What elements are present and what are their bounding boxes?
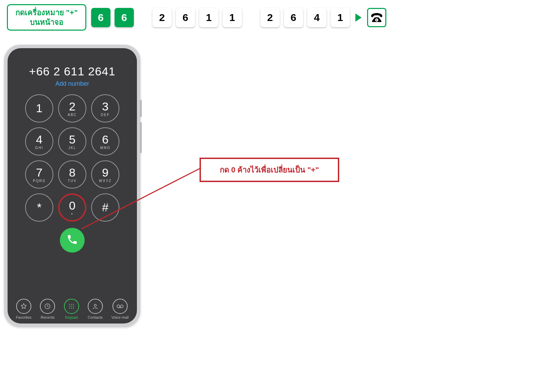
tab-label: Recents bbox=[41, 315, 54, 319]
rotary-phone-icon bbox=[367, 8, 386, 27]
digit-box: 2 bbox=[260, 8, 280, 27]
svg-marker-0 bbox=[355, 13, 362, 22]
svg-point-5 bbox=[71, 304, 72, 305]
tab-label: Contacts bbox=[88, 315, 103, 319]
dialed-number-display: +66 2 611 2641 bbox=[29, 65, 115, 78]
digit-box: 1 bbox=[199, 8, 218, 27]
person-icon bbox=[88, 299, 103, 314]
callout-box: กด 0 ค้างไว้เพื่อเปลี่ยนเป็น "+" bbox=[200, 158, 339, 182]
svg-point-15 bbox=[120, 305, 123, 308]
dial-keypad: 1 2ABC 3DEF 4GHI 5JKL 6MNO 7PQRS 8TUV 9W… bbox=[25, 94, 119, 222]
digit-box: 2 bbox=[152, 8, 172, 27]
digit-box: 1 bbox=[223, 8, 242, 27]
star-icon bbox=[16, 299, 31, 314]
phone-side-button bbox=[140, 122, 142, 153]
digit-group-3: 2 6 4 1 bbox=[260, 8, 350, 27]
key-5[interactable]: 5JKL bbox=[58, 127, 86, 156]
digit-box: 6 bbox=[176, 8, 195, 27]
tab-label: Voice mail bbox=[111, 315, 129, 319]
plus-instruction-line2: บนหน้าจอ bbox=[15, 18, 78, 27]
digit-box: 6 bbox=[284, 8, 303, 27]
svg-point-13 bbox=[94, 304, 96, 306]
phone-frame: +66 2 611 2641 Add number 1 2ABC 3DEF 4G… bbox=[4, 45, 140, 327]
svg-point-4 bbox=[69, 304, 70, 305]
key-star[interactable]: * bbox=[25, 193, 53, 222]
key-9[interactable]: 9WXYZ bbox=[91, 160, 119, 189]
svg-point-12 bbox=[73, 308, 74, 309]
key-7[interactable]: 7PQRS bbox=[25, 160, 53, 189]
call-button[interactable] bbox=[60, 228, 85, 253]
tab-favorites[interactable]: Favorites bbox=[16, 299, 31, 319]
tab-label: Keypad bbox=[65, 315, 78, 319]
tab-contacts[interactable]: Contacts bbox=[88, 299, 103, 319]
plus-instruction-box: กดเครื่องหมาย "+" บนหน้าจอ bbox=[7, 4, 86, 31]
key-2[interactable]: 2ABC bbox=[58, 94, 86, 123]
arrow-right-icon bbox=[355, 13, 362, 22]
key-4[interactable]: 4GHI bbox=[25, 127, 53, 156]
voicemail-icon bbox=[112, 299, 128, 314]
phone-side-button bbox=[140, 100, 142, 117]
digit-box: 6 bbox=[91, 8, 110, 27]
clock-icon bbox=[40, 299, 55, 314]
digit-box: 6 bbox=[115, 8, 134, 27]
key-hash[interactable]: # bbox=[91, 193, 119, 222]
tab-label: Favorites bbox=[16, 315, 31, 319]
key-3[interactable]: 3DEF bbox=[91, 94, 119, 123]
plus-instruction-line1: กดเครื่องหมาย "+" bbox=[15, 8, 78, 18]
keypad-icon bbox=[64, 299, 79, 314]
phone-handset-icon bbox=[66, 234, 78, 247]
digit-group-2: 2 6 1 1 bbox=[152, 8, 242, 27]
key-0[interactable]: 0+ bbox=[58, 193, 86, 222]
bottom-tab-bar: Favorites Recents Keypad bbox=[14, 299, 131, 319]
digit-group-country: 6 6 bbox=[91, 8, 134, 27]
top-instruction-row: กดเครื่องหมาย "+" บนหน้าจอ 6 6 2 6 1 1 2… bbox=[7, 4, 386, 31]
digit-box: 4 bbox=[307, 8, 326, 27]
phone-screen: +66 2 611 2641 Add number 1 2ABC 3DEF 4G… bbox=[8, 48, 137, 324]
tab-voicemail[interactable]: Voice mail bbox=[111, 299, 129, 319]
callout-text: กด 0 ค้างไว้เพื่อเปลี่ยนเป็น "+" bbox=[220, 166, 319, 174]
add-number-link[interactable]: Add number bbox=[55, 80, 89, 87]
svg-point-6 bbox=[73, 304, 74, 305]
key-6[interactable]: 6MNO bbox=[91, 127, 119, 156]
svg-point-10 bbox=[69, 308, 70, 309]
tab-keypad[interactable]: Keypad bbox=[64, 299, 79, 319]
svg-point-14 bbox=[117, 305, 120, 308]
digit-box: 1 bbox=[331, 8, 350, 27]
svg-point-8 bbox=[71, 306, 72, 307]
svg-point-7 bbox=[69, 306, 70, 307]
key-1[interactable]: 1 bbox=[25, 94, 53, 123]
svg-point-11 bbox=[71, 308, 72, 309]
svg-point-9 bbox=[73, 306, 74, 307]
tab-recents[interactable]: Recents bbox=[40, 299, 55, 319]
key-8[interactable]: 8TUV bbox=[58, 160, 86, 189]
svg-point-2 bbox=[376, 19, 377, 20]
